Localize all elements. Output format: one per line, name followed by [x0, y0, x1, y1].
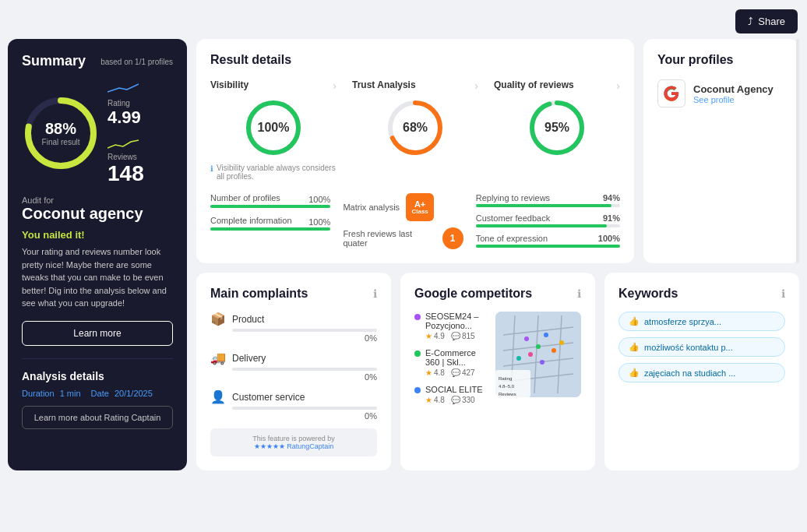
summary-based-on: based on 1/1 profiles: [100, 58, 173, 66]
competitor-item-1: E-Commerce 360 | Skl... ★ 4.8 💬 427: [414, 348, 488, 377]
complete-info-bar-bg: [210, 227, 330, 231]
competitors-info-icon[interactable]: ℹ: [577, 287, 581, 300]
keywords-card: Keywords ℹ 👍 atmosferze sprzya... 👍 możl…: [604, 273, 799, 470]
customer-feedback-bar-bg: [476, 224, 620, 227]
profiles-pct: 100%: [308, 195, 330, 205]
delivery-label: Delivery: [232, 353, 377, 364]
learn-more-button[interactable]: Learn more: [22, 321, 173, 346]
keyword-tag-0[interactable]: 👍 atmosferze sprzya...: [618, 312, 785, 331]
quality-reviews-metric: › Quality of reviews 95%: [494, 79, 620, 181]
customer-feedback-label: Customer feedback: [476, 213, 550, 223]
svg-point-21: [516, 356, 521, 361]
quality-percent: 95%: [544, 121, 569, 135]
visibility-metric: › Visibility 100% ℹ Visibility variable …: [210, 79, 337, 181]
product-label: Product: [232, 314, 377, 325]
delivery-complaint: 🚚 Delivery 0%: [210, 351, 377, 382]
customer-service-icon: 👤: [210, 389, 226, 404]
svg-point-23: [540, 360, 544, 365]
profiles-title: Your profiles: [657, 53, 785, 67]
tone-pct: 100%: [598, 234, 620, 243]
tone-label: Tone of expression: [476, 234, 548, 243]
trust-analysis-metric: › Trust Analysis 68%: [352, 79, 478, 181]
reviews-value: 148: [107, 161, 144, 186]
details-middle: Matrix analysis A+ Class Fresh reviews l…: [343, 193, 463, 249]
keyword-tag-1[interactable]: 👍 możliwość kontaktu p...: [618, 337, 785, 357]
competitor-rating-0: ★ 4.9: [425, 332, 445, 340]
google-icon: [657, 79, 685, 107]
delivery-pct: 0%: [232, 372, 377, 382]
keyword-label-1: możliwość kontaktu p...: [644, 343, 733, 352]
competitor-stats-1: ★ 4.8 💬 427: [425, 368, 488, 377]
competitor-stats-0: ★ 4.9 💬 815: [425, 332, 488, 340]
competitor-dot-1: [414, 351, 421, 357]
competitors-inner: SEOSEM24 – Pozycjono... ★ 4.9 💬 815: [414, 312, 581, 404]
see-profile-link[interactable]: See profile: [693, 95, 785, 104]
final-label: Final result: [42, 138, 80, 146]
keywords-title: Keywords: [618, 287, 678, 301]
rating-trend-line: [107, 80, 139, 96]
replying-reviews-row: Replying to reviews 94%: [476, 193, 620, 207]
product-pct: 0%: [232, 333, 377, 343]
audit-name: Coconut agency: [22, 205, 173, 223]
competitor-rating-2: ★ 4.8: [425, 396, 445, 404]
keyword-tag-2[interactable]: 👍 zajęciach na studiach ...: [618, 363, 785, 382]
delivery-bar-bg: [232, 368, 377, 371]
competitor-info-1: E-Commerce 360 | Skl... ★ 4.8 💬 427: [425, 348, 488, 377]
learn-more-link-button[interactable]: Learn more about Rating Captain: [22, 406, 173, 429]
fresh-circle: 1: [442, 227, 463, 249]
customer-service-bar-bg: [232, 407, 377, 410]
trust-label: Trust Analysis: [352, 79, 416, 90]
nailed-desc: Your rating and reviews number look pret…: [22, 245, 173, 310]
map-preview: Rating 4.8–5.0 Reviews: [495, 312, 581, 397]
review-icon-2: 💬: [451, 396, 460, 404]
keywords-info-icon[interactable]: ℹ: [781, 287, 785, 300]
svg-point-16: [524, 336, 529, 341]
visibility-note: ℹ Visibility variable always considers a…: [210, 164, 337, 181]
google-competitors-card: Google competitors ℹ SEOSEM24 – Pozycjon…: [400, 273, 595, 470]
svg-point-20: [528, 352, 533, 357]
customer-feedback-row: Customer feedback 91%: [476, 213, 620, 227]
profiles-label: Number of profiles: [210, 193, 280, 203]
keyword-icon-1: 👍: [629, 342, 640, 352]
keyword-label-2: zajęciach na studiach ...: [644, 368, 735, 378]
replying-bar-fill: [476, 204, 611, 207]
quality-chevron[interactable]: ›: [616, 79, 620, 92]
rating-value: 4.99: [107, 107, 144, 128]
competitors-title-row: Google competitors ℹ: [414, 287, 581, 301]
customer-service-pct: 0%: [232, 411, 377, 421]
complaints-title: Main complaints: [210, 287, 308, 301]
reviews-trend-line: [107, 134, 139, 150]
complaints-info-icon[interactable]: ℹ: [373, 287, 377, 300]
product-icon: 📦: [210, 312, 226, 326]
trust-circle: 68%: [384, 97, 446, 159]
keywords-title-row: Keywords ℹ: [618, 287, 785, 301]
visibility-circle: 100%: [242, 97, 305, 159]
competitor-name-0: SEOSEM24 – Pozycjono...: [425, 312, 488, 330]
profile-name: Coconut Agency: [693, 83, 785, 95]
trust-percent: 68%: [403, 121, 428, 135]
star-icon-0: ★: [425, 332, 432, 340]
keyword-icon-0: 👍: [629, 316, 640, 326]
star-icon-2: ★: [425, 396, 432, 404]
trust-chevron[interactable]: ›: [474, 79, 478, 92]
powered-text: This feature is powered by: [217, 435, 371, 442]
powered-brand: ★★★★★ RatungCaptain: [217, 442, 371, 450]
keyword-label-0: atmosferze sprzya...: [644, 317, 721, 326]
result-details-title: Result details: [210, 53, 620, 67]
matrix-badge: A+ Class: [406, 193, 434, 221]
replying-bar-bg: [476, 204, 620, 207]
competitors-title: Google competitors: [414, 287, 532, 301]
profiles-bar-bg: [210, 205, 330, 208]
share-button[interactable]: ⤴ Share: [735, 9, 798, 33]
analysis-title: Analysis details: [22, 370, 173, 382]
details-left: Number of profiles 100% Complete informa…: [210, 193, 330, 249]
svg-text:4.8–5.0: 4.8–5.0: [499, 384, 515, 389]
details-right: Replying to reviews 94% Customer feedbac…: [476, 193, 620, 249]
competitor-stats-2: ★ 4.8 💬 330: [425, 396, 483, 404]
profile-info: Coconut Agency See profile: [693, 83, 785, 104]
svg-point-22: [559, 340, 564, 345]
profiles-bar-fill: [210, 205, 330, 208]
customer-feedback-bar-fill: [476, 224, 608, 227]
competitor-reviews-1: 💬 427: [451, 368, 475, 377]
visibility-chevron[interactable]: ›: [333, 79, 337, 92]
